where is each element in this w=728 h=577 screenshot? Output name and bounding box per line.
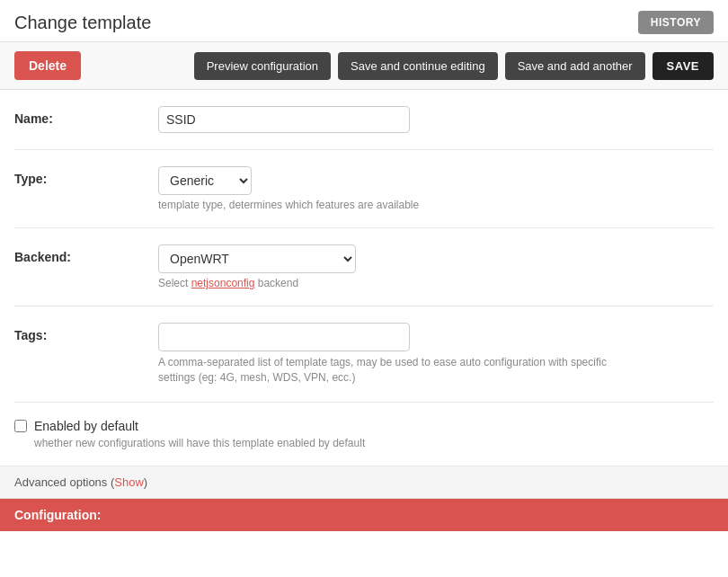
backend-label: Backend: xyxy=(14,244,158,264)
name-control-wrap xyxy=(158,106,714,133)
tags-label: Tags: xyxy=(14,323,158,342)
page-title: Change template xyxy=(14,13,151,33)
type-control-wrap: Generic OpenWRT Other template type, det… xyxy=(158,166,714,211)
name-label: Name: xyxy=(14,106,158,126)
enabled-label[interactable]: Enabled by default xyxy=(14,419,714,433)
preview-config-button[interactable]: Preview configuration xyxy=(194,52,331,80)
form-area: Name: Type: Generic OpenWRT Other templa… xyxy=(0,90,728,403)
backend-row: Backend: OpenWRT Default Other Select ne… xyxy=(14,228,714,306)
backend-select[interactable]: OpenWRT Default Other xyxy=(158,244,356,273)
delete-button[interactable]: Delete xyxy=(14,51,81,80)
type-label: Type: xyxy=(14,166,158,186)
name-row: Name: xyxy=(14,90,714,150)
tags-input[interactable] xyxy=(158,323,410,351)
backend-help-suffix: backend xyxy=(254,277,298,289)
history-button[interactable]: HISTORY xyxy=(638,11,714,34)
tags-help: A comma-separated list of template tags,… xyxy=(158,355,644,386)
name-input[interactable] xyxy=(158,106,410,133)
tags-control-wrap: A comma-separated list of template tags,… xyxy=(158,323,714,386)
save-add-button[interactable]: Save and add another xyxy=(505,52,645,80)
enabled-help: whether new configurations will have thi… xyxy=(34,437,714,449)
backend-help-prefix: Select xyxy=(158,277,191,289)
enabled-row: Enabled by default whether new configura… xyxy=(0,403,728,466)
type-help: template type, determines which features… xyxy=(158,199,714,211)
type-row: Type: Generic OpenWRT Other template typ… xyxy=(14,150,714,228)
advanced-options-row: Advanced options (Show) xyxy=(0,466,728,499)
netjsonconfig-link[interactable]: netjsonconfig xyxy=(191,277,255,289)
enabled-label-text: Enabled by default xyxy=(34,419,138,433)
toolbar: Delete Preview configuration Save and co… xyxy=(0,41,728,90)
backend-control-wrap: OpenWRT Default Other Select netjsonconf… xyxy=(158,244,714,289)
page-header: Change template HISTORY xyxy=(0,0,728,41)
save-button[interactable]: SAVE xyxy=(653,52,714,80)
advanced-show-link[interactable]: Show xyxy=(114,475,144,489)
backend-help: Select netjsonconfig backend xyxy=(158,277,714,289)
enabled-checkbox[interactable] xyxy=(14,420,27,432)
advanced-prefix: Advanced options ( xyxy=(14,475,114,489)
tags-row: Tags: A comma-separated list of template… xyxy=(14,306,714,403)
advanced-suffix: ) xyxy=(144,475,147,489)
save-continue-button[interactable]: Save and continue editing xyxy=(338,52,498,80)
configuration-label: Configuration: xyxy=(14,508,101,522)
type-select[interactable]: Generic OpenWRT Other xyxy=(158,166,252,195)
configuration-section: Configuration: xyxy=(0,499,728,531)
